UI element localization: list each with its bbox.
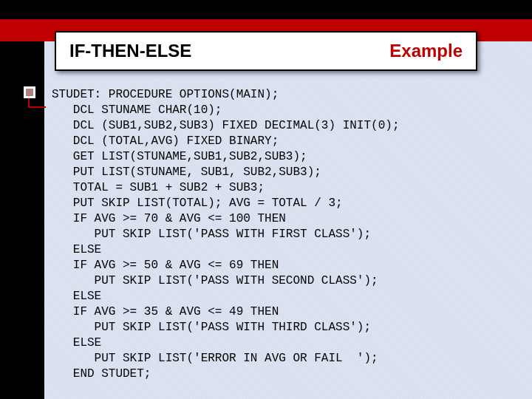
connector-horizontal — [28, 106, 46, 108]
top-border — [0, 0, 532, 19]
code-block: STUDET: PROCEDURE OPTIONS(MAIN); DCL STU… — [52, 87, 399, 382]
title-right: Example — [389, 41, 463, 61]
title-left: IF-THEN-ELSE — [69, 41, 191, 61]
bullet-inner — [26, 89, 33, 96]
title-container: IF-THEN-ELSE Example — [55, 31, 477, 71]
slide: IF-THEN-ELSE Example STUDET: PROCEDURE O… — [0, 0, 532, 399]
bullet-icon — [22, 85, 37, 100]
